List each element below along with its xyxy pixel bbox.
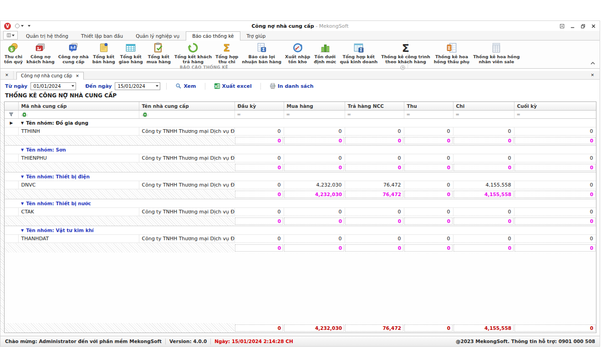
filter-cell-chi[interactable]: = — [453, 111, 514, 119]
cell-amount[interactable]: 0 — [514, 127, 596, 136]
group-dialog-launcher-button[interactable] — [400, 65, 405, 70]
group-header-t-n-nh-m-gia-d-ng[interactable]: ▼Tên nhóm: Đồ gia dụng — [18, 119, 596, 127]
close-all-tabs-button[interactable]: ✕ — [0, 71, 14, 79]
cell-amount[interactable]: 4,232,030 — [284, 181, 345, 189]
group-header-t-n-nh-m-thi-t-b-i-n[interactable]: ▼Tên nhóm: Thiết bị điện — [18, 172, 596, 181]
cell-amount[interactable]: 0 — [234, 181, 284, 189]
cell-amount[interactable]: 0 — [453, 235, 514, 243]
collapse-triangle-icon[interactable]: ▼ — [21, 148, 24, 152]
cell-amount[interactable]: 0 — [234, 235, 284, 243]
cell-amount[interactable]: 0 — [234, 127, 284, 136]
cell-amount[interactable]: 0 — [404, 235, 453, 243]
cell-supplier-code[interactable]: DNVC — [18, 181, 139, 189]
cell-amount[interactable]: 0 — [345, 154, 404, 162]
ribbon-tab-b-o-c-o-th-ng-k[interactable]: Báo cáo thống kê — [186, 31, 240, 40]
minimize-button[interactable] — [570, 24, 575, 29]
column-header-m-nh-cung-c-p[interactable]: Mã nhà cung cấp — [18, 102, 139, 111]
cell-amount[interactable]: 76,472 — [345, 181, 404, 189]
ribbon-button-t-ng-k-t-giao-h-ng[interactable]: Tổng kếtgiao hàng — [117, 41, 145, 65]
collapse-triangle-icon[interactable]: ▼ — [21, 175, 24, 179]
cell-amount[interactable]: 0 — [514, 181, 596, 189]
ribbon-button-c-ng-n-kh-ch-h-ng[interactable]: Công nợkhách hàng — [25, 41, 56, 65]
filter-cell-tr-h-ng-ncc[interactable]: = — [345, 111, 404, 119]
filter-cell-cu-i-k[interactable]: = — [514, 111, 596, 119]
column-header-mua-h-ng[interactable]: Mua hàng — [284, 102, 345, 111]
ribbon-button-xu-t-nh-p-t-n-kho[interactable]: Xuất nhậptồn kho — [283, 41, 312, 65]
view-button[interactable]: Xem — [173, 83, 199, 89]
ribbon-button-th-ng-k-hoa-h-ng-th-u-ph[interactable]: ΣThống kê hoahồng thầu phụ — [432, 41, 471, 65]
cell-amount[interactable]: 0 — [345, 235, 404, 243]
column-header-t-n-nh-cung-c-p[interactable]: Tên nhà cung cấp — [139, 102, 234, 111]
ribbon-button-c-ng-n-nh-cung-c-p[interactable]: Công nợ nhàcung cấp — [56, 41, 91, 65]
ribbon-button-t-ng-h-p-k-t-qu-kinh-doanh[interactable]: ΣTổng hợp kếtquả kinh doanh — [338, 41, 379, 65]
quick-access-customize-button[interactable] — [28, 25, 31, 27]
column-header-chi[interactable]: Chi — [453, 102, 514, 111]
ribbon-tab-thi-t-l-p-ban-u[interactable]: Thiết lập ban đầu — [75, 31, 129, 40]
cell-supplier-name[interactable]: Công ty TNHH Thương mại Dịch vụ Điện nướ… — [139, 154, 234, 162]
ribbon-button-t-ng-k-t-mua-h-ng[interactable]: Tổng kếtmua hàng — [145, 41, 173, 65]
ribbon-button-th-ng-k-c-ng-tr-nh-theo-kh-ch-h-ng[interactable]: ΣThống kê công trìnhtheo khách hàng — [379, 41, 432, 65]
ribbon-button-thu-chi-t-n-qu[interactable]: $Thu chitồn quỹ — [2, 41, 25, 65]
column-header-thu[interactable]: Thu — [404, 102, 453, 111]
ribbon-button-t-ng-k-t-kh-ch-tr-h-ng[interactable]: Tổng kết kháchtrả hàng — [173, 41, 214, 65]
tab-cong-no-nha-cung-cap[interactable]: Công nợ nhà cung cấp ✕ — [16, 72, 84, 80]
ribbon-button-t-ng-k-t-b-n-h-ng[interactable]: Tổng kếtbán hàng — [91, 41, 117, 65]
cell-supplier-code[interactable]: CTAK — [18, 208, 139, 216]
cell-amount[interactable]: 0 — [404, 208, 453, 216]
cell-amount[interactable]: 0 — [284, 154, 345, 162]
filter-cell-thu[interactable]: = — [404, 111, 453, 119]
collapse-triangle-icon[interactable]: ▼ — [21, 202, 24, 206]
cell-amount[interactable]: 0 — [453, 127, 514, 136]
group-header-t-n-nh-m-s-n[interactable]: ▼Tên nhóm: Sơn — [18, 146, 596, 154]
cell-amount[interactable]: 0 — [234, 208, 284, 216]
column-header-tr-h-ng-ncc[interactable]: Trả hàng NCC — [345, 102, 404, 111]
cell-amount[interactable]: 4,155,558 — [453, 181, 514, 189]
collapse-ribbon-button[interactable] — [591, 58, 595, 66]
cell-amount[interactable]: 0 — [514, 235, 596, 243]
cell-amount[interactable]: 0 — [453, 208, 514, 216]
filter-cell-name[interactable]: ac — [139, 111, 234, 119]
cell-supplier-name[interactable]: Công ty TNHH Thương mại Dịch vụ Điện nướ… — [139, 127, 234, 136]
cell-amount[interactable]: 0 — [345, 127, 404, 136]
tab-close-icon[interactable]: ✕ — [76, 74, 79, 78]
export-excel-button[interactable]: X Xuất excel — [211, 83, 255, 89]
cell-supplier-name[interactable]: Công ty TNHH Thương mại Dịch vụ Điện nướ… — [139, 208, 234, 216]
cell-supplier-name[interactable]: Công ty TNHH Thương mại Dịch vụ Điện nướ… — [139, 181, 234, 189]
print-list-button[interactable]: In danh sách — [267, 83, 316, 89]
ribbon-button-t-ng-h-p-thu-chi[interactable]: ΣTổng hợpthu chi — [214, 41, 240, 65]
cell-amount[interactable]: 0 — [284, 208, 345, 216]
cell-amount[interactable]: 0 — [514, 208, 596, 216]
collapse-triangle-icon[interactable]: ▼ — [21, 121, 24, 125]
ribbon-button-b-o-c-o-l-i-nhu-n-b-n-h-ng[interactable]: ΣBáo cáo lợinhuận bán hàng — [240, 41, 283, 65]
cell-amount[interactable]: 0 — [453, 154, 514, 162]
cell-supplier-name[interactable]: Công ty TNHH Thương mại Dịch vụ Điện nướ… — [139, 235, 234, 243]
calendar-dropdown-icon[interactable] — [156, 85, 158, 87]
cell-supplier-code[interactable]: THIENPHU — [18, 154, 139, 162]
cell-supplier-code[interactable]: TTHINH — [18, 127, 139, 136]
cell-amount[interactable]: 0 — [234, 154, 284, 162]
cell-supplier-code[interactable]: THANHDAT — [18, 235, 139, 243]
column-header-u-k[interactable]: Đầu kỳ — [234, 102, 284, 111]
close-button[interactable] — [591, 24, 596, 29]
restore-button[interactable] — [581, 24, 586, 29]
ribbon-tab-qu-n-l-nghi-p-v[interactable]: Quản lý nghiệp vụ — [129, 31, 186, 40]
quick-access-record-button[interactable] — [15, 24, 24, 28]
from-date-input[interactable]: 01/01/2024 — [31, 82, 76, 90]
ribbon-button-t-n-d-i-nh-m-c[interactable]: Tồn dướiđịnh mức — [312, 41, 338, 65]
cell-amount[interactable]: 0 — [284, 127, 345, 136]
filter-cell-code[interactable]: ac — [18, 111, 139, 119]
filter-cell-mua-h-ng[interactable]: = — [284, 111, 345, 119]
cell-amount[interactable]: 0 — [404, 127, 453, 136]
cell-amount[interactable]: 0 — [404, 181, 453, 189]
ribbon-tab-qu-n-tr-h-th-ng[interactable]: Quản trị hệ thống — [20, 31, 75, 40]
close-document-button[interactable]: ✕ — [591, 73, 600, 77]
to-date-input[interactable]: 15/01/2024 — [115, 82, 160, 90]
cell-amount[interactable]: 0 — [514, 154, 596, 162]
collapse-triangle-icon[interactable]: ▼ — [21, 228, 24, 233]
column-header-cu-i-k[interactable]: Cuối kỳ — [514, 102, 596, 111]
ribbon-display-options-button[interactable] — [560, 24, 565, 29]
ribbon-button-th-ng-k-hoa-h-ng-nh-n-vi-n-sale[interactable]: Thống kê hoa hồngnhân viên sale — [471, 41, 521, 65]
cell-amount[interactable]: 0 — [345, 208, 404, 216]
ribbon-tab-tr-gi-p[interactable]: Trợ giúp — [240, 31, 272, 40]
group-header-t-n-nh-m-thi-t-b-n-c[interactable]: ▼Tên nhóm: Thiết bị nước — [18, 199, 596, 208]
